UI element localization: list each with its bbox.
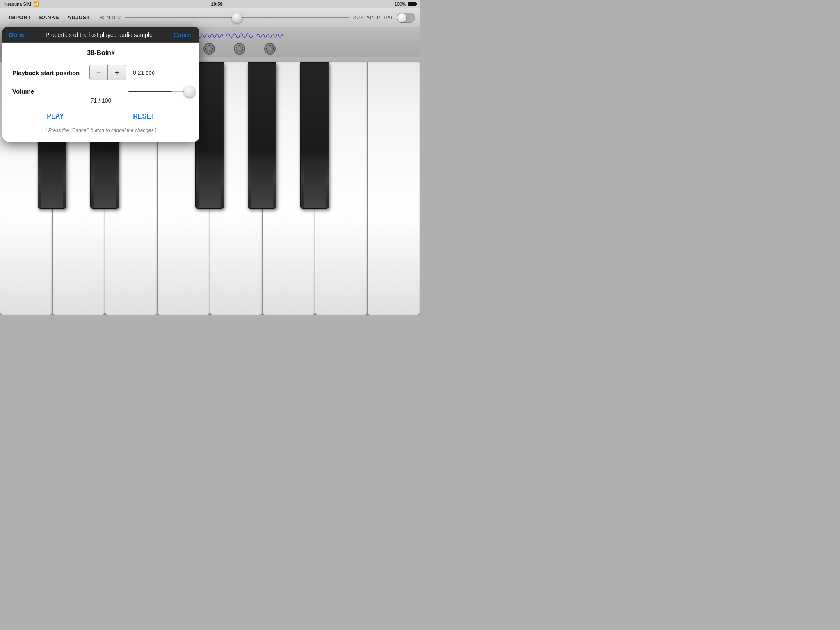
modal-cancel-button[interactable]: Cancel: [173, 31, 193, 38]
modal-title: Properties of the last played audio samp…: [46, 32, 153, 38]
volume-row: Volume 71 / 100: [12, 88, 189, 104]
hint-text: ( Press the "Cancel" button to cancel th…: [12, 128, 189, 133]
reset-button[interactable]: RESET: [125, 111, 163, 122]
volume-slider[interactable]: [128, 91, 189, 92]
playback-label: Playback start position: [12, 69, 86, 76]
modal-header: Done Properties of the last played audio…: [2, 27, 199, 43]
stepper-plus-button[interactable]: +: [108, 65, 126, 80]
sample-name: 38-Boink: [12, 49, 189, 57]
volume-label: Volume: [12, 88, 55, 95]
modal-done-button[interactable]: Done: [9, 31, 25, 38]
playback-stepper[interactable]: − +: [89, 65, 126, 80]
playback-value: 0.21 sec: [133, 69, 155, 76]
properties-modal: Done Properties of the last played audio…: [2, 27, 199, 142]
volume-value: 71 / 100: [12, 97, 189, 104]
action-row: PLAY RESET: [12, 111, 189, 122]
volume-filled: [128, 91, 172, 92]
play-button[interactable]: PLAY: [39, 111, 72, 122]
playback-row: Playback start position − + 0.21 sec: [12, 65, 189, 80]
modal-body: 38-Boink Playback start position − + 0.2…: [2, 43, 199, 142]
stepper-minus-button[interactable]: −: [90, 65, 108, 80]
volume-thumb[interactable]: [184, 86, 195, 97]
modal-overlay: Done Properties of the last played audio…: [0, 0, 420, 315]
